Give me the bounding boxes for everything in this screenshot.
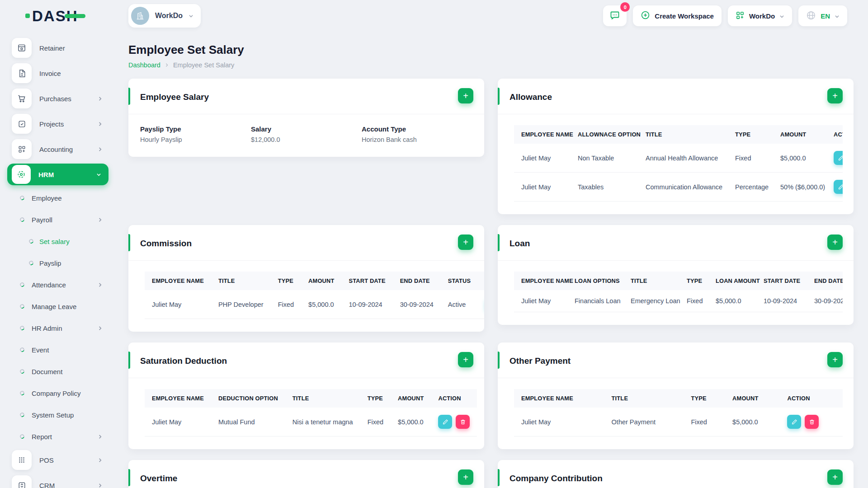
field-label: Salary xyxy=(251,125,362,133)
add-employee-salary-button[interactable]: + xyxy=(458,88,473,103)
sidebar-item-crm[interactable]: CRM xyxy=(0,473,116,488)
chevron-down-icon xyxy=(96,173,101,177)
create-workspace-button[interactable]: Create Workspace xyxy=(633,5,722,26)
delete-button[interactable] xyxy=(456,415,470,429)
sidebar-item-purchases[interactable]: Purchases xyxy=(0,86,116,111)
sidebar: DASH Retainer Invoice Pur xyxy=(0,0,116,488)
logo-dash-icon xyxy=(65,14,85,18)
check-square-icon xyxy=(12,114,32,134)
app-root: DASH Retainer Invoice Pur xyxy=(0,0,868,488)
table-row: Juliet May PHP Developer Fixed $5,000.0 … xyxy=(145,290,484,319)
dash-logo[interactable]: DASH xyxy=(25,9,78,23)
other-payment-table: EMPLOYEE NAME TITLE TYPE AMOUNT ACTION xyxy=(514,389,843,436)
card-title: Overtime xyxy=(140,474,177,483)
retainer-icon xyxy=(12,38,32,58)
bullet-icon xyxy=(19,303,25,309)
chevron-right-icon xyxy=(98,282,102,287)
workdo-apps-menu[interactable]: WorkDo xyxy=(728,5,792,26)
employee-salary-fields: Payslip Type Hourly Payslip Salary $12,0… xyxy=(128,114,484,157)
sidebar-item-document[interactable]: Document xyxy=(0,361,116,382)
bullet-icon xyxy=(19,282,25,287)
employee-salary-card: Employee Salary + Payslip Type Hourly Pa… xyxy=(128,79,484,157)
card-title: Allowance xyxy=(509,92,552,102)
bullet-icon xyxy=(19,195,25,201)
hrm-target-icon xyxy=(12,165,31,184)
edit-button[interactable] xyxy=(787,415,801,429)
sidebar-item-payslip[interactable]: Payslip xyxy=(0,252,116,274)
sidebar-menu: Retainer Invoice Purchases Projects xyxy=(0,32,116,488)
delete-button[interactable] xyxy=(805,415,819,429)
sidebar-item-hrm[interactable]: HRM xyxy=(7,164,108,185)
chevron-right-icon xyxy=(98,434,102,439)
add-saturation-deduction-button[interactable]: + xyxy=(458,352,473,367)
main-area: WorkDo 0 Create Workspace xyxy=(116,0,868,488)
page-content: Employee Set Salary Dashboard Employee S… xyxy=(116,32,868,488)
invoice-icon xyxy=(12,63,32,83)
overtime-card: Overtime + xyxy=(128,460,484,488)
add-loan-button[interactable]: + xyxy=(827,235,843,250)
sidebar-item-accounting[interactable]: Accounting xyxy=(0,136,116,162)
chevron-right-icon xyxy=(98,326,102,331)
sidebar-item-pos[interactable]: POS xyxy=(0,447,116,473)
field-value: $12,000.0 xyxy=(251,136,362,143)
sidebar-item-retainer[interactable]: Retainer xyxy=(0,35,116,61)
add-overtime-button[interactable]: + xyxy=(458,469,473,485)
saturation-deduction-card: Saturation Deduction + EMPLOYEE NAME DED… xyxy=(128,343,484,449)
company-contribution-card: Company Contribution + xyxy=(498,460,854,488)
globe-icon xyxy=(806,10,816,22)
card-title: Employee Salary xyxy=(140,92,209,102)
field-value: Hourly Payslip xyxy=(140,136,251,143)
pos-grid-icon xyxy=(12,450,32,470)
bullet-icon xyxy=(28,260,34,266)
grid-plus-icon xyxy=(736,11,745,21)
bullet-icon xyxy=(19,412,25,418)
table-row: Juliet May Non Taxable Annual Health All… xyxy=(514,144,843,173)
allowance-table: EMPLOYEE NAME ALLOWNACE OPTION TITLE TYP… xyxy=(514,125,843,202)
bullet-icon xyxy=(19,325,25,331)
chevron-right-icon xyxy=(98,217,102,222)
bullet-icon xyxy=(19,433,25,439)
chevron-down-icon xyxy=(835,12,840,20)
breadcrumb-current: Employee Set Salary xyxy=(173,61,234,69)
breadcrumb-dashboard-link[interactable]: Dashboard xyxy=(128,61,160,69)
add-allowance-button[interactable]: + xyxy=(827,88,843,103)
chevron-right-icon xyxy=(98,458,102,463)
workspace-avatar xyxy=(131,7,149,25)
commission-card: Commission + EMPLOYEE NAME TITLE TYPE xyxy=(128,225,484,332)
logo-dot-icon xyxy=(25,14,30,18)
sidebar-item-payroll[interactable]: Payroll xyxy=(0,209,116,230)
add-commission-button[interactable]: + xyxy=(458,235,473,250)
topbar-actions: 0 Create Workspace WorkDo xyxy=(603,5,847,26)
messages-button[interactable]: 0 xyxy=(603,5,627,26)
sidebar-item-company-policy[interactable]: Company Policy xyxy=(0,382,116,404)
sidebar-item-report[interactable]: Report xyxy=(0,426,116,447)
sidebar-item-projects[interactable]: Projects xyxy=(0,111,116,136)
sidebar-item-invoice[interactable]: Invoice xyxy=(0,61,116,86)
add-other-payment-button[interactable]: + xyxy=(827,352,843,367)
sidebar-item-attendance[interactable]: Attendance xyxy=(0,274,116,296)
sidebar-item-employee[interactable]: Employee xyxy=(0,187,116,209)
sidebar-item-manage-leave[interactable]: Manage Leave xyxy=(0,296,116,317)
language-selector[interactable]: EN xyxy=(798,5,847,26)
chat-bubble-icon xyxy=(609,10,620,22)
logo-area: DASH xyxy=(0,0,116,32)
bullet-icon xyxy=(19,347,25,352)
chevron-right-icon xyxy=(165,61,169,69)
edit-button[interactable] xyxy=(834,180,843,194)
sidebar-item-hr-admin[interactable]: HR Admin xyxy=(0,317,116,339)
table-row: Juliet May Taxables Communication Allowa… xyxy=(514,173,843,202)
table-row: Juliet May Mutual Fund Nisi a tenetur ma… xyxy=(145,408,477,436)
bullet-icon xyxy=(19,390,25,396)
add-company-contribution-button[interactable]: + xyxy=(827,469,843,485)
edit-button[interactable] xyxy=(438,415,452,429)
topbar: WorkDo 0 Create Workspace xyxy=(116,0,868,32)
workspace-switcher[interactable]: WorkDo xyxy=(128,4,201,28)
sidebar-item-event[interactable]: Event xyxy=(0,339,116,361)
sidebar-item-system-setup[interactable]: System Setup xyxy=(0,404,116,426)
chevron-right-icon xyxy=(98,147,102,152)
chevron-down-icon xyxy=(779,12,784,20)
breadcrumb: Dashboard Employee Set Salary xyxy=(128,61,854,69)
messages-count-badge: 0 xyxy=(620,2,630,12)
edit-button[interactable] xyxy=(834,151,843,165)
sidebar-item-set-salary[interactable]: Set salary xyxy=(0,230,116,252)
